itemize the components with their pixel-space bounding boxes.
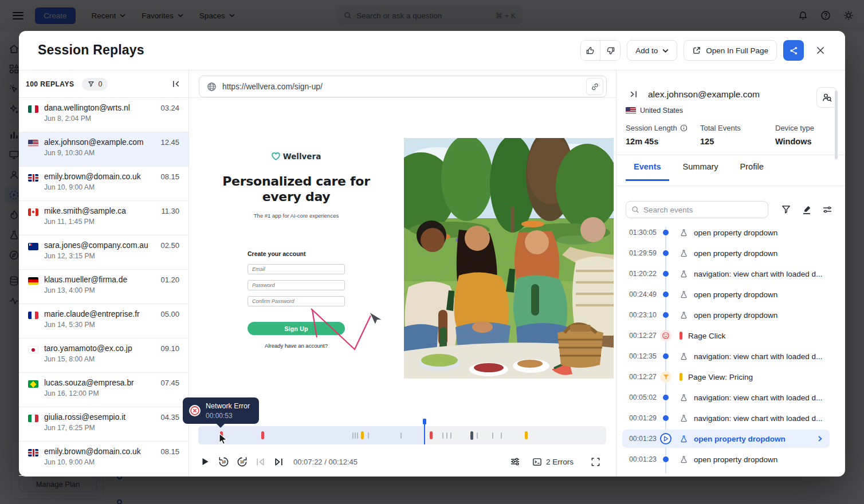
replay-user-email: lucas.souza@empresa.br [44, 379, 134, 387]
event-row[interactable]: 00:05:02navigation: view chart with load… [616, 387, 845, 408]
collapse-details-icon[interactable] [629, 90, 638, 99]
play-button[interactable] [198, 455, 212, 468]
replay-datetime: Jun 17, 6:25 PM [44, 424, 125, 432]
gb-flag-icon [28, 174, 38, 182]
thumbs-up-button[interactable] [581, 41, 600, 60]
timeline-marker-warn[interactable] [361, 431, 364, 439]
thumbs-down-icon [606, 46, 615, 56]
replay-list-item[interactable]: taro.yamamoto@ex.co.jpJun 15, 8:00 AM09.… [19, 338, 188, 373]
timeline-marker-tick[interactable] [501, 432, 502, 439]
replay-list-item[interactable]: emily.brown@domain.co.ukJun 10, 9:00 AM0… [19, 442, 188, 476]
replay-list-item[interactable]: dana.wellington@wrts.nlJun 8, 2:04 PM03.… [19, 98, 188, 132]
replay-datetime: Jun 13, 4:00 PM [44, 286, 127, 294]
event-annotate-button[interactable] [802, 204, 812, 215]
forward-10-button[interactable]: 10 [235, 455, 249, 468]
timeline-marker-tick[interactable] [368, 432, 369, 439]
fr-flag-icon [28, 312, 38, 319]
events-scrollbar[interactable] [835, 90, 838, 159]
errors-chip[interactable]: 2 Errors [532, 457, 574, 467]
session-video-frame: Wellvera Personalized care for every day… [189, 98, 616, 426]
replay-list-item[interactable]: klaus.mueller@firma.deJun 13, 4:00 PM01.… [19, 270, 188, 304]
event-search-input[interactable] [643, 206, 763, 214]
tab-events[interactable]: Events [626, 162, 669, 181]
replay-list-item[interactable]: lucas.souza@empresa.brJun 16, 12:00 PM07… [19, 373, 188, 407]
event-row[interactable]: 00:12:35navigation: view chart with load… [616, 346, 845, 367]
event-label: navigation: view chart with loaded d... [694, 352, 822, 361]
event-row[interactable]: 01:29:59open property dropdown [616, 243, 845, 263]
event-settings-button[interactable] [822, 204, 832, 215]
chevron-right-icon[interactable] [816, 435, 823, 442]
event-row[interactable]: 01:30:05open property dropdown [616, 222, 845, 243]
share-button[interactable] [783, 40, 804, 61]
replay-list-item[interactable]: giulia.rossi@esempio.itJun 17, 6:25 PM04… [19, 407, 188, 442]
timeline-marker-tick[interactable] [352, 432, 354, 439]
collapse-panel-icon[interactable] [172, 80, 180, 88]
timeline-marker-tick[interactable] [442, 432, 443, 439]
event-row[interactable]: 00:12:27Rage Click [616, 325, 845, 346]
timeline-marker-error[interactable] [430, 431, 433, 439]
flask-icon [680, 311, 688, 320]
tooltip-title: Network Error [206, 402, 250, 410]
timeline-marker-tick[interactable] [492, 432, 493, 439]
event-time: 01:30:05 [629, 229, 658, 237]
replay-list-item[interactable]: mike.smith@sample.caJun 11, 1:45 PM11.30 [19, 201, 188, 235]
time-display: 00:07:22 / 00:12:45 [293, 458, 358, 466]
tab-summary[interactable]: Summary [675, 162, 726, 181]
event-dot [663, 415, 669, 421]
flask-icon [680, 249, 688, 258]
timeline-cursor-icon [218, 433, 228, 446]
replay-timeline[interactable] [198, 426, 606, 444]
tab-profile[interactable]: Profile [732, 162, 772, 181]
filter-pill[interactable]: 0 [82, 78, 108, 90]
timeline-marker-tick[interactable] [357, 432, 358, 439]
open-full-page-button[interactable]: Open In Full Page [684, 40, 777, 61]
replay-list-item[interactable]: emily.brown@domain.co.ukJun 10, 9:00 AM0… [19, 167, 188, 201]
timeline-marker-tick[interactable] [355, 432, 356, 439]
replay-datetime: Jun 14, 5:30 PM [44, 321, 140, 329]
playback-settings-button[interactable] [508, 455, 522, 468]
replay-list-item[interactable]: sara.jones@company.com.auJun 12, 3:15 PM… [19, 235, 188, 270]
user-lookup-button[interactable] [816, 87, 837, 108]
event-row[interactable]: 00:01:23open property dropdown [616, 449, 845, 470]
replay-list-item[interactable]: alex.johnson@example.comJun 9, 10:30 AM1… [19, 132, 188, 167]
timeline-marker-warn[interactable] [525, 431, 528, 439]
add-to-button[interactable]: Add to [627, 40, 677, 61]
event-filter-button[interactable] [781, 204, 791, 215]
timeline-marker-tick[interactable] [400, 432, 402, 439]
fullscreen-icon [591, 457, 600, 467]
timeline-marker-error[interactable] [261, 431, 264, 439]
event-row[interactable]: 01:20:22navigation: view chart with load… [616, 263, 845, 284]
event-row[interactable]: 00:01:29navigation: view chart with load… [616, 408, 845, 428]
copy-link-button[interactable] [586, 78, 603, 95]
replay-duration: 04.35 [160, 413, 179, 441]
replay-user-email: emily.brown@domain.co.uk [44, 172, 141, 181]
playing-event-icon [660, 433, 671, 444]
event-time: 00:05:02 [629, 393, 658, 401]
fullscreen-button[interactable] [588, 455, 602, 468]
timeline-marker-tick[interactable] [450, 432, 451, 439]
event-row[interactable]: 00:01:23open property dropdown [616, 428, 845, 449]
timeline-marker-event[interactable] [470, 431, 473, 440]
event-row[interactable]: 00:12:27Page View: Pricing [616, 367, 845, 387]
event-time: 00:01:23 [629, 455, 658, 463]
link-icon [591, 82, 599, 91]
replay-user-email: alex.johnson@example.com [44, 138, 144, 147]
event-dot [663, 353, 669, 359]
network-error-tooltip: Network Error 00:00:53 [183, 397, 259, 424]
stat-total-events: Total Events 125 [700, 124, 741, 146]
rewind-10-button[interactable]: 10 [217, 455, 230, 468]
event-label: navigation: view chart with loaded d... [694, 270, 822, 278]
close-button[interactable] [814, 44, 827, 57]
skip-to-end-button[interactable] [272, 455, 285, 468]
replay-list-item[interactable]: marie.claude@entreprise.frJun 14, 5:30 P… [19, 304, 188, 338]
timeline-marker-tick[interactable] [477, 432, 478, 439]
event-row[interactable]: 00:23:10open property dropdown [616, 305, 845, 325]
skip-to-start-button[interactable] [253, 455, 267, 468]
info-icon[interactable] [680, 124, 688, 132]
thumbs-down-button[interactable] [600, 41, 620, 60]
event-search[interactable] [626, 201, 768, 218]
event-row[interactable]: 00:24:49open property dropdown [616, 284, 845, 305]
timeline-marker-tick[interactable] [446, 432, 447, 439]
replay-datetime: Jun 8, 2:04 PM [44, 115, 130, 123]
timeline-played [198, 426, 424, 444]
